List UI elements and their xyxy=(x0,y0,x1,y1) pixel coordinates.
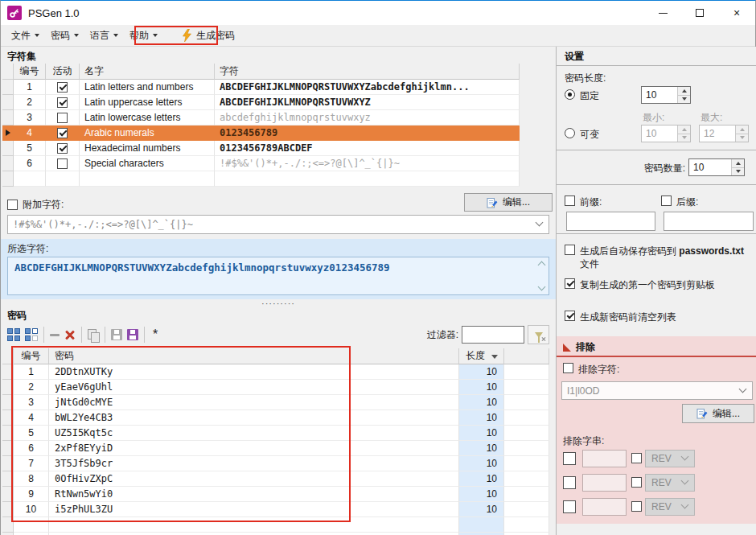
charset-chars-cell[interactable]: ABCDEFGHIJKLMNOPQRSTUVWXYZabcdefghijklmn… xyxy=(215,80,520,95)
password-row[interactable]: 5 UZ5I5Kqt5c 10 xyxy=(2,426,549,441)
spin-up-button[interactable] xyxy=(732,159,744,168)
clear-list-checkbox[interactable] xyxy=(565,311,575,321)
charset-active-checkbox[interactable] xyxy=(57,82,68,93)
password-header-id[interactable]: 编号 xyxy=(14,348,49,364)
password-count-value[interactable]: 10 xyxy=(689,159,731,175)
spin-down-button[interactable] xyxy=(736,134,748,142)
exclusion-header[interactable]: 排除 xyxy=(563,340,595,354)
password-value-cell[interactable]: jNtGd0cMYE xyxy=(49,395,459,410)
charset-name-cell[interactable]: Special characters xyxy=(80,156,215,171)
password-count-spinner[interactable]: 10 xyxy=(688,158,745,176)
charset-active-checkbox[interactable] xyxy=(57,143,68,154)
password-row[interactable]: 1 2DDtnXUTKy 10 xyxy=(2,364,549,380)
delete-all-button[interactable] xyxy=(64,327,76,343)
menu-help[interactable]: 帮助 xyxy=(124,27,163,44)
row-selector-cell[interactable] xyxy=(2,156,14,171)
charset-row[interactable]: 5 Hexadecimal numbers 0123456789ABCDEF xyxy=(2,141,520,156)
menu-password[interactable]: 密码 xyxy=(45,27,84,44)
splitter-handle[interactable] xyxy=(1,299,556,308)
prefix-checkbox-row[interactable]: 前缀: xyxy=(565,195,602,208)
row-selector-cell[interactable] xyxy=(2,395,14,410)
min-length-value[interactable]: 10 xyxy=(642,126,677,142)
row-selector-cell[interactable] xyxy=(2,364,14,380)
row-selector-cell[interactable] xyxy=(2,456,14,471)
row-selector-cell[interactable] xyxy=(2,380,14,395)
charset-name-cell[interactable]: Latin lowercase letters xyxy=(80,110,215,126)
rev-dropdown[interactable]: REV xyxy=(645,498,695,516)
password-row[interactable]: 8 0OfHivZXpC 10 xyxy=(2,471,549,487)
copy-first-checkbox[interactable] xyxy=(565,278,575,289)
charset-active-checkbox[interactable] xyxy=(57,158,68,169)
charset-header-active[interactable]: 活动 xyxy=(46,64,80,80)
charset-chars-cell[interactable]: !#$%&'()*+,-./:;<=>?@[\]^_`{|}~ xyxy=(215,156,520,171)
password-value-cell[interactable]: 0OfHivZXpC xyxy=(49,471,459,487)
remove-password-button[interactable] xyxy=(50,327,60,343)
charset-active-cell[interactable] xyxy=(46,95,80,110)
variable-length-radio-row[interactable]: 可变 xyxy=(565,128,599,141)
charset-active-checkbox[interactable] xyxy=(57,113,68,123)
password-value-cell[interactable]: 3T5JfSb9cr xyxy=(49,456,459,471)
charset-chars-cell[interactable]: 0123456789 xyxy=(215,126,520,141)
variable-length-radio[interactable] xyxy=(565,128,575,138)
save-all-button[interactable] xyxy=(127,327,138,343)
row-selector-cell[interactable] xyxy=(2,95,14,110)
exclude-string-rev-checkbox[interactable] xyxy=(631,501,642,512)
min-length-spinner[interactable]: 10 xyxy=(641,125,691,142)
password-row[interactable]: 9 RtNwn5wYi0 10 xyxy=(2,487,549,502)
password-value-cell[interactable]: yEaeV6gUhl xyxy=(49,380,459,395)
filter-input[interactable] xyxy=(462,326,524,344)
password-row[interactable]: 2 yEaeV6gUhl 10 xyxy=(2,380,549,395)
password-row[interactable]: 10 i5zPhUL3ZU 10 xyxy=(2,502,549,517)
additional-chars-checkbox[interactable] xyxy=(7,200,18,210)
charset-active-cell[interactable] xyxy=(46,141,80,156)
save-button[interactable] xyxy=(111,327,122,343)
charset-chars-cell[interactable]: ABCDEFGHIJKLMNOPQRSTUVWXYZ xyxy=(215,95,520,110)
prefix-checkbox[interactable] xyxy=(565,195,575,206)
password-row[interactable]: 6 2xPf8EYyiD 10 xyxy=(2,441,549,456)
charset-header-chars[interactable]: 字符 xyxy=(215,64,520,80)
apply-filter-button[interactable] xyxy=(528,325,549,344)
password-header-password[interactable]: 密码 xyxy=(49,348,459,364)
charset-name-cell[interactable]: Latin letters and numbers xyxy=(80,80,215,95)
generate-password-button[interactable]: 生成密码 xyxy=(178,27,240,44)
row-selector-cell[interactable] xyxy=(2,80,14,95)
copy-password-button[interactable] xyxy=(88,327,99,343)
menu-file[interactable]: 文件 xyxy=(6,27,45,44)
password-header-length[interactable]: 长度 xyxy=(459,348,504,364)
max-length-value[interactable]: 12 xyxy=(700,126,735,142)
charset-name-cell[interactable]: Latin uppercase letters xyxy=(80,95,215,110)
suffix-input[interactable] xyxy=(664,212,754,231)
row-selector-cell[interactable] xyxy=(2,126,14,141)
rev-dropdown[interactable]: REV xyxy=(645,450,695,467)
exclude-string-checkbox[interactable] xyxy=(563,452,576,465)
password-value-cell[interactable]: i5zPhUL3ZU xyxy=(49,502,459,517)
fixed-length-spinner[interactable]: 10 xyxy=(641,86,691,104)
charset-header-name[interactable]: 名字 xyxy=(80,64,215,80)
mask-button[interactable]: * xyxy=(153,327,158,343)
selected-chars-box[interactable]: ABCDEFGHIJKLMNOPQRSTUVWXYZabcdefghijklmn… xyxy=(7,257,549,295)
spin-down-button[interactable] xyxy=(678,96,690,104)
charset-active-checkbox[interactable] xyxy=(57,128,68,138)
charset-active-cell[interactable] xyxy=(46,80,80,95)
prefix-input[interactable] xyxy=(566,212,655,231)
password-row[interactable]: 3 jNtGd0cMYE 10 xyxy=(2,395,549,410)
charset-name-cell[interactable]: Arabic numerals xyxy=(80,126,215,141)
password-value-cell[interactable]: bWL2Ye4CB3 xyxy=(49,410,459,426)
exclude-string-rev-checkbox[interactable] xyxy=(631,477,642,488)
edit-additional-chars-button[interactable]: 编辑... xyxy=(464,193,553,212)
charset-row[interactable]: 4 Arabic numerals 0123456789 xyxy=(2,126,520,141)
charset-chars-cell[interactable]: 0123456789ABCDEF xyxy=(215,141,520,156)
charset-row[interactable]: 6 Special characters !#$%&'()*+,-./:;<=>… xyxy=(2,156,520,171)
autosave-checkbox[interactable] xyxy=(565,245,575,255)
spin-down-button[interactable] xyxy=(732,168,744,176)
exclude-chars-combobox[interactable]: I1|l0OD xyxy=(561,381,753,400)
spin-up-button[interactable] xyxy=(678,87,690,96)
row-selector-cell[interactable] xyxy=(2,441,14,456)
invert-selection-button[interactable] xyxy=(25,327,38,343)
password-value-cell[interactable]: UZ5I5Kqt5c xyxy=(49,426,459,441)
password-value-cell[interactable]: 2DDtnXUTKy xyxy=(49,364,459,380)
charset-active-cell[interactable] xyxy=(46,110,80,126)
rev-dropdown[interactable]: REV xyxy=(645,474,695,492)
row-selector-cell[interactable] xyxy=(2,426,14,441)
edit-exclude-chars-button[interactable]: 编辑... xyxy=(682,404,754,423)
